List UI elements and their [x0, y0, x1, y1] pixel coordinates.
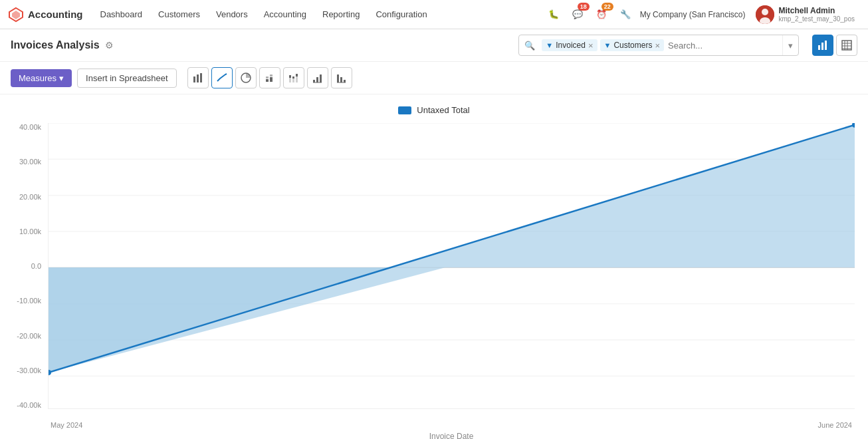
filter-invoiced-remove[interactable]: ×: [588, 41, 594, 50]
page-title: Invoices Analysis: [11, 39, 100, 51]
toolbar: Measures ▾ Insert in Spreadsheet: [0, 62, 868, 94]
nav-customers[interactable]: Customers: [152, 7, 207, 22]
search-input[interactable]: [665, 41, 782, 51]
chart-wrapper: 40.00k 30.00k 20.00k 10.00k 0.0 -10.00k …: [13, 123, 855, 429]
legend-label: Untaxed Total: [417, 105, 469, 115]
user-company-db: kmp_2_test_may_30_pos: [778, 15, 855, 23]
svg-rect-33: [340, 77, 342, 82]
search-bar: 🔍 ▼ Invoiced × ▼ Customers × ▾: [518, 35, 799, 56]
chart-view-btn[interactable]: [812, 35, 833, 56]
svg-rect-34: [344, 80, 346, 82]
y-label-3: 10.00k: [19, 227, 41, 235]
nav-accounting[interactable]: Accounting: [257, 7, 313, 22]
clock-badge: 22: [601, 3, 613, 11]
search-icon: 🔍: [519, 41, 540, 51]
bar-chart-btn[interactable]: [187, 67, 209, 88]
line-chart-btn[interactable]: [211, 67, 233, 88]
brand-icon: [8, 7, 24, 23]
pie-chart-btn[interactable]: [235, 67, 257, 88]
y-label-7: -30.00k: [17, 366, 41, 374]
table-view-icon: [841, 40, 852, 51]
user-info[interactable]: Mitchell Admin kmp_2_test_may_30_pos: [750, 3, 860, 27]
filter-funnel-icon: ▼: [546, 41, 553, 49]
search-dropdown-btn[interactable]: ▾: [782, 35, 798, 55]
filter-customers: ▼ Customers ×: [600, 39, 665, 51]
chart-legend: Untaxed Total: [13, 105, 855, 115]
svg-rect-28: [313, 80, 315, 82]
sort-desc-btn[interactable]: [331, 67, 352, 88]
filter-funnel-icon-2: ▼: [604, 41, 611, 49]
svg-rect-32: [337, 74, 339, 82]
measures-button[interactable]: Measures ▾: [11, 69, 72, 87]
table-view-btn[interactable]: [836, 35, 857, 56]
svg-rect-29: [316, 77, 318, 82]
navbar: Accounting Dashboard Customers Vendors A…: [0, 0, 868, 29]
bug-icon: 🐛: [548, 9, 559, 19]
brand[interactable]: Accounting: [8, 7, 83, 23]
svg-rect-20: [270, 77, 272, 82]
svg-rect-14: [193, 76, 195, 82]
svg-rect-19: [266, 76, 269, 78]
svg-marker-46: [49, 267, 445, 372]
insert-spreadsheet-button[interactable]: Insert in Spreadsheet: [77, 69, 177, 88]
filter-invoiced-label: Invoiced: [556, 41, 586, 50]
svg-rect-21: [270, 74, 272, 76]
x-axis-label: Invoice Date: [13, 432, 855, 439]
filter-customers-remove[interactable]: ×: [655, 41, 660, 50]
chart-container: Untaxed Total 40.00k 30.00k 20.00k 10.00…: [0, 94, 868, 439]
measures-label: Measures: [19, 73, 56, 83]
x-labels: May 2024 June 2024: [48, 409, 855, 429]
navbar-right: 🐛 💬 18 ⏰ 22 🔧 My Company (San Francisco)…: [544, 3, 860, 27]
clock-icon-btn[interactable]: ⏰ 22: [592, 5, 611, 24]
svg-rect-16: [200, 73, 202, 82]
wrench-icon: 🔧: [620, 9, 631, 19]
svg-rect-27: [296, 74, 298, 76]
svg-rect-23: [289, 75, 291, 78]
clock-icon: ⏰: [596, 9, 607, 19]
nav-configuration[interactable]: Configuration: [369, 7, 433, 22]
svg-rect-7: [825, 41, 827, 50]
wrench-icon-btn[interactable]: 🔧: [616, 5, 635, 24]
chat-icon: 💬: [572, 9, 583, 19]
y-label-0: 40.00k: [19, 123, 41, 131]
y-label-1: 30.00k: [19, 158, 41, 166]
messages-badge: 18: [578, 3, 590, 11]
chart-view-icon: [817, 40, 828, 51]
svg-rect-15: [197, 74, 199, 82]
user-name: Mitchell Admin: [778, 6, 855, 15]
nav-vendors[interactable]: Vendors: [209, 7, 255, 22]
y-label-5: -10.00k: [17, 297, 41, 305]
svg-rect-6: [821, 43, 823, 50]
y-label-4: 0.0: [31, 262, 41, 270]
filter-invoiced: ▼ Invoiced ×: [542, 39, 597, 51]
x-label-end: June 2024: [818, 421, 852, 429]
user-text: Mitchell Admin kmp_2_test_may_30_pos: [778, 6, 855, 23]
svg-rect-30: [320, 74, 322, 82]
chart-plot: [48, 123, 855, 409]
brand-label: Accounting: [28, 9, 83, 20]
stacked-chart-btn[interactable]: [259, 67, 280, 88]
svg-marker-1: [12, 11, 20, 19]
nav-reporting[interactable]: Reporting: [316, 7, 366, 22]
measures-caret: ▾: [59, 73, 64, 83]
settings-icon[interactable]: ⚙: [105, 40, 114, 51]
filter-customers-label: Customers: [613, 41, 652, 50]
chart-type-buttons: [187, 67, 352, 88]
waterfall-chart-btn[interactable]: [283, 67, 304, 88]
chart-svg: [49, 123, 855, 409]
y-label-8: -40.00k: [17, 401, 41, 409]
messages-icon-btn[interactable]: 💬 18: [568, 5, 587, 24]
svg-point-3: [762, 9, 768, 15]
y-axis: 40.00k 30.00k 20.00k 10.00k 0.0 -10.00k …: [13, 123, 47, 409]
nav-dashboard[interactable]: Dashboard: [94, 7, 150, 22]
x-label-start: May 2024: [51, 421, 82, 429]
y-label-2: 20.00k: [19, 193, 41, 201]
bug-icon-btn[interactable]: 🐛: [544, 5, 563, 24]
company-name: My Company (San Francisco): [640, 10, 746, 19]
svg-rect-18: [266, 79, 269, 82]
page-header: Invoices Analysis ⚙ 🔍 ▼ Invoiced × ▼ Cus…: [0, 29, 868, 62]
svg-rect-25: [292, 76, 294, 78]
svg-rect-5: [818, 45, 820, 50]
y-label-6: -20.00k: [17, 332, 41, 340]
sort-asc-btn[interactable]: [307, 67, 328, 88]
